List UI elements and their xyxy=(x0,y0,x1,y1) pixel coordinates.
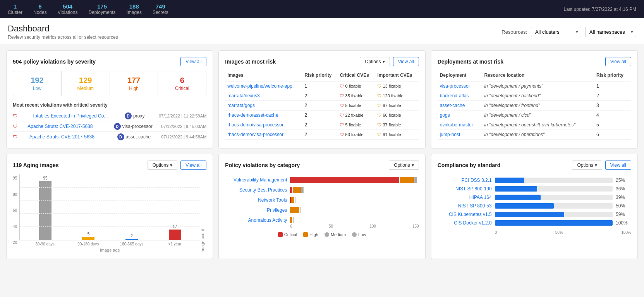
deployments-at-risk-title: Deployments at most risk xyxy=(438,59,503,65)
deployment-name: visa-processor xyxy=(122,124,153,129)
medium-label: Medium xyxy=(64,86,107,91)
legend-critical-label: Critical xyxy=(284,232,297,237)
deploy-priority: 5 xyxy=(594,120,631,130)
category-name[interactable]: Network Tools xyxy=(225,197,287,203)
category-name[interactable]: Security Best Practices xyxy=(225,187,287,193)
namespaces-select-wrapper[interactable]: All namespaces xyxy=(585,27,636,37)
severity-medium[interactable]: 129 Medium xyxy=(62,71,110,96)
compliance-standard-name[interactable]: HIPAA 164 xyxy=(438,195,492,200)
compliance-bar-fill xyxy=(495,212,565,217)
recent-violations-title: Most recent violations with critical sev… xyxy=(13,102,206,108)
nav-cluster[interactable]: 1 Cluster xyxy=(8,3,22,15)
y-label-95: 95 xyxy=(13,176,17,180)
severity-low[interactable]: 192 Low xyxy=(13,71,62,96)
table-row: ovnkube-master in "development / openshi… xyxy=(438,120,631,130)
aging-images-actions: Options ▾ View all xyxy=(148,161,207,170)
clusters-select-wrapper[interactable]: All clusters xyxy=(531,27,581,37)
last-updated: Last updated 7/27/2022 at 4:16 PM xyxy=(564,7,636,12)
shield-icon: 🛡 xyxy=(13,113,17,119)
namespaces-select[interactable]: All namespaces xyxy=(585,27,636,37)
compliance-pct: 50% xyxy=(616,203,631,209)
nav-deployments[interactable]: 175 Deployments xyxy=(89,3,116,15)
deployment-link[interactable]: backend-atlas xyxy=(440,93,469,98)
deployment-link[interactable]: visa-processor xyxy=(440,83,470,89)
critical-cves: 🛡 35 fixable xyxy=(337,91,375,101)
bar-group: 2 xyxy=(125,234,138,240)
grid-line-80 xyxy=(20,187,200,188)
violation-name[interactable]: Iptables Executed in Privileged Co... xyxy=(33,113,111,119)
deployment-name: proxy xyxy=(133,113,144,119)
table-row: jump-host in "development / operations" … xyxy=(438,130,631,140)
violation-name[interactable]: Apache Struts: CVE-2017-5638 xyxy=(29,134,107,140)
compliance-standard-name[interactable]: CIS Docker v1.2.0 xyxy=(438,220,492,226)
violation-deployment: D visa-processor xyxy=(114,123,153,130)
image-link[interactable]: rhacs-demo/visa-processor xyxy=(227,122,283,128)
image-link[interactable]: rcarrata/nexus3 xyxy=(227,93,259,98)
category-name[interactable]: Vulnerability Management xyxy=(225,177,287,183)
legend-high-label: High xyxy=(309,232,318,237)
clusters-select[interactable]: All clusters xyxy=(531,27,581,37)
compliance-view-all-button[interactable]: View all xyxy=(605,161,631,170)
deployment-link[interactable]: ovnkube-master xyxy=(440,122,473,128)
compliance-standard-name[interactable]: NIST SP 800-53 xyxy=(438,203,492,209)
image-link[interactable]: rcarrata/gogs xyxy=(227,103,255,108)
category-row: Security Best Practices xyxy=(225,187,419,193)
violation-time: 07/12/2022 | 9:45:03AM xyxy=(161,124,206,129)
image-link[interactable]: rhacs-demo/visa-processor xyxy=(227,132,283,137)
aging-view-all-button[interactable]: View all xyxy=(180,161,206,170)
risk-priority: 2 xyxy=(302,101,337,111)
nav-secrets[interactable]: 749 Secrets xyxy=(153,3,168,15)
aging-images-card: 119 Aging images Options ▾ View all 95 8… xyxy=(6,154,213,259)
x-axis-labels: 30-90 days90-180 days180-365 days>1 year xyxy=(19,240,200,246)
col-deploy-risk-priority: Risk priority xyxy=(594,71,631,81)
deployment-link[interactable]: gogs xyxy=(440,112,450,118)
images-view-all-button[interactable]: View all xyxy=(393,57,419,66)
violation-time: 07/12/2022 | 9:44:58AM xyxy=(161,135,206,139)
crit-seg xyxy=(290,187,292,193)
images-at-risk-title: Images at most risk xyxy=(225,59,276,65)
bar-value-label: 2 xyxy=(131,234,133,238)
deployment-link[interactable]: jump-host xyxy=(440,132,460,137)
aging-options-button[interactable]: Options ▾ xyxy=(148,161,177,170)
policy-violations-title: 504 policy violations by severity xyxy=(13,59,96,65)
shield-icon: 🛡 xyxy=(13,124,17,129)
compliance-bars: PCI DSS 3.2.1 25% NIST SP 800-190 36% HI… xyxy=(438,178,631,229)
compliance-standard-name[interactable]: PCI DSS 3.2.1 xyxy=(438,178,492,183)
high-seg xyxy=(293,187,301,193)
x-tick-150: 150 xyxy=(412,224,419,228)
compliance-pct: 59% xyxy=(616,212,631,217)
deployments-view-all-button[interactable]: View all xyxy=(605,57,631,66)
compliance-standard-name[interactable]: CIS Kubernetes v1.5 xyxy=(438,212,492,217)
aging-chart: 95 80 60 40 20 95 5 2 17 xyxy=(13,174,206,252)
compliance-standard-name[interactable]: NIST SP 800-190 xyxy=(438,186,492,192)
cluster-label: Cluster xyxy=(8,10,22,15)
nav-images[interactable]: 188 Images xyxy=(127,3,142,15)
dashboard-header-right: Resources: All clusters All namespaces xyxy=(501,27,636,37)
crit-seg xyxy=(290,177,399,183)
deployment-link[interactable]: asset-cache xyxy=(440,103,465,108)
compliance-row: HIPAA 164 39% xyxy=(438,195,631,200)
compliance-bar-wrap xyxy=(495,220,613,226)
category-options-button[interactable]: Options ▾ xyxy=(389,161,419,170)
col-deployment: Deployment xyxy=(438,71,482,81)
nav-violations[interactable]: 504 Violations xyxy=(58,3,78,15)
images-options-button[interactable]: Options ▾ xyxy=(360,57,390,66)
image-link[interactable]: welcome-pipeline/welcome-app xyxy=(227,83,292,89)
med-seg xyxy=(293,217,294,223)
severity-critical[interactable]: 6 Critical xyxy=(158,71,206,96)
chevron-down-icon-aging: ▾ xyxy=(170,162,172,168)
violation-name[interactable]: Apache Struts: CVE-2017-5638 xyxy=(27,124,105,129)
compliance-bar-wrap xyxy=(495,203,613,209)
compliance-bar-fill xyxy=(495,220,613,226)
nav-nodes[interactable]: 6 Nodes xyxy=(33,3,47,15)
comp-x-0: 0 xyxy=(495,230,497,235)
deploy-priority: 2 xyxy=(594,91,631,101)
policy-violations-view-all[interactable]: View all xyxy=(180,57,206,66)
category-name[interactable]: Privileges xyxy=(225,207,287,213)
compliance-options-button[interactable]: Options ▾ xyxy=(572,161,602,170)
deploy-priority: 1 xyxy=(594,81,631,91)
compliance-bar-fill xyxy=(495,186,538,192)
category-name[interactable]: Anomalous Activity xyxy=(225,218,287,223)
severity-high[interactable]: 177 High xyxy=(110,71,158,96)
image-link[interactable]: rhacs-demo/asset-cache xyxy=(227,112,278,118)
